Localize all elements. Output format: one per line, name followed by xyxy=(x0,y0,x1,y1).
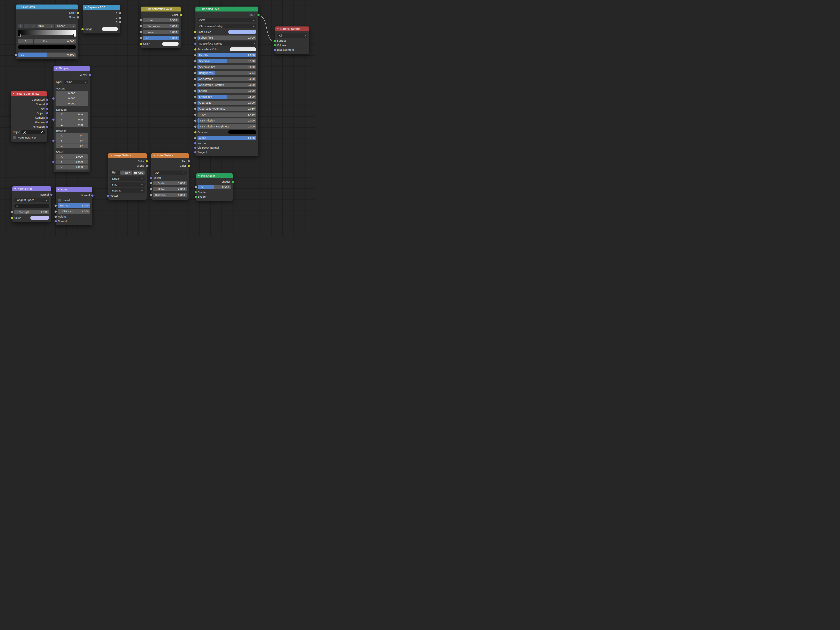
from-instancer-checkbox[interactable] xyxy=(13,136,16,139)
socket-normal-input[interactable] xyxy=(54,220,57,223)
collapse-triangle-icon[interactable] xyxy=(85,7,86,8)
node-header-image-texture[interactable]: Image Texture xyxy=(108,153,147,158)
socket-sheen-input[interactable] xyxy=(194,89,197,92)
location-x-field[interactable]: X 0 m xyxy=(55,112,88,117)
scale-y-field[interactable]: Y 1.000 xyxy=(55,160,88,165)
anisotropic-slider[interactable]: Anisotropic 0.000 xyxy=(197,77,256,81)
socket-subsurface-color-input[interactable] xyxy=(194,48,197,51)
socket-value-input[interactable] xyxy=(140,31,142,33)
node-color-ramp[interactable]: ColorRamp Color Alpha + − RGB Linear xyxy=(16,5,78,59)
scale-field[interactable]: Scale 5.000 xyxy=(153,181,186,185)
scale-x-field[interactable]: X 1.000 xyxy=(55,154,88,159)
socket-camera-output[interactable] xyxy=(46,117,49,119)
socket-alpha-input[interactable] xyxy=(194,137,197,139)
strength-field[interactable]: Strength 1.000 xyxy=(14,210,49,214)
stop-index-field[interactable]: 0 xyxy=(18,39,33,43)
node-bump[interactable]: Bump Normal Invert Strength 1.000 Distan… xyxy=(56,187,92,225)
anisotropic-rotation-slider[interactable]: Anisotropic Rotation 0.000 xyxy=(197,83,256,87)
roughness-slider[interactable]: Roughness 0.294 xyxy=(197,71,256,75)
collapse-triangle-icon[interactable] xyxy=(143,9,145,9)
node-hue-saturation-value[interactable]: Hue Saturation Value Color Hue 0.500 Sat… xyxy=(141,6,181,48)
socket-anisotropic-input[interactable] xyxy=(194,78,197,80)
socket-alpha-output[interactable] xyxy=(77,16,79,19)
socket-fac-input[interactable] xyxy=(14,53,17,56)
socket-specular-tint-input[interactable] xyxy=(194,66,197,68)
socket-scale-input[interactable] xyxy=(52,161,55,163)
socket-emission-input[interactable] xyxy=(194,131,197,134)
socket-surface-input[interactable] xyxy=(273,40,276,42)
eyedropper-icon[interactable] xyxy=(40,131,43,134)
socket-specular-input[interactable] xyxy=(194,60,197,62)
collapse-triangle-icon[interactable] xyxy=(153,155,155,156)
socket-scale-input[interactable] xyxy=(150,182,153,185)
clearcoat-slider[interactable]: Clearcoat 0.000 xyxy=(197,101,256,105)
node-texture-coordinate[interactable]: Texture Coordinate Generated Normal UV O… xyxy=(11,91,47,142)
socket-normal-output[interactable] xyxy=(46,103,49,106)
remove-stop-button[interactable]: − xyxy=(24,24,30,28)
socket-r-output[interactable] xyxy=(119,12,122,15)
rotation-z-field[interactable]: Z 0° xyxy=(55,144,88,148)
subsurface-color-swatch[interactable] xyxy=(230,47,256,51)
object-selector-field[interactable] xyxy=(21,130,45,135)
location-z-field[interactable]: Z 0 m xyxy=(55,122,88,127)
value-slider[interactable]: Value 1.000 xyxy=(143,30,178,34)
socket-color-output[interactable] xyxy=(77,12,79,14)
subsurface-slider[interactable]: Subsurface 0.000 xyxy=(197,35,256,40)
socket-strength-input[interactable] xyxy=(11,211,14,214)
space-dropdown[interactable]: Tangent Space xyxy=(14,198,49,202)
node-header-noise-texture[interactable]: Noise Texture xyxy=(152,153,189,158)
collapse-triangle-icon[interactable] xyxy=(55,68,57,69)
specular-slider[interactable]: Specular 0.500 xyxy=(197,59,256,63)
socket-object-output[interactable] xyxy=(46,112,49,115)
node-mix-shader[interactable]: Mix Shader Shader Fac 0.500 Shader Shade… xyxy=(196,173,233,201)
gradient-stop-handle-black[interactable] xyxy=(18,34,21,37)
projection-dropdown[interactable]: Flat xyxy=(111,182,145,187)
socket-fac-output[interactable] xyxy=(188,160,190,163)
stop-color-swatch[interactable] xyxy=(18,45,76,49)
node-material-output[interactable]: Material Output All Surface Volume Displ… xyxy=(275,27,309,54)
distance-field[interactable]: Distance 1.000 xyxy=(58,209,90,214)
fac-slider[interactable]: Fac 1.000 xyxy=(143,36,178,40)
socket-shader-output[interactable] xyxy=(232,180,234,183)
subsurface-method-dropdown[interactable]: Christensen-Burley xyxy=(197,24,256,28)
socket-color-output[interactable] xyxy=(180,14,182,16)
target-dropdown[interactable]: All xyxy=(277,33,307,38)
node-header-principled[interactable]: Principled BSDF xyxy=(196,6,258,11)
node-mapping[interactable]: Mapping Vector Type: Point Vector: 0.000… xyxy=(54,66,90,172)
scale-z-field[interactable]: Z 1.000 xyxy=(55,165,88,169)
socket-color-input[interactable] xyxy=(11,217,14,219)
socket-alpha-output[interactable] xyxy=(145,165,148,167)
rotation-y-field[interactable]: Y 0° xyxy=(55,138,88,143)
socket-location-input[interactable] xyxy=(52,119,55,121)
node-header-material-output[interactable]: Material Output xyxy=(275,27,309,32)
collapse-triangle-icon[interactable] xyxy=(14,188,16,189)
socket-tangent-input[interactable] xyxy=(194,151,197,154)
invert-checkbox[interactable] xyxy=(58,199,61,202)
new-image-button[interactable]: + New xyxy=(120,171,132,175)
socket-normal-output[interactable] xyxy=(91,194,94,197)
node-image-texture[interactable]: Image Texture Color Alpha + New xyxy=(108,153,147,199)
distortion-field[interactable]: Distortio 0.000 xyxy=(153,193,186,197)
socket-sheen-tint-input[interactable] xyxy=(194,95,197,98)
type-dropdown[interactable]: Point xyxy=(64,80,88,84)
socket-volume-input[interactable] xyxy=(273,44,276,47)
socket-normal-input[interactable] xyxy=(194,142,197,145)
socket-fac-input[interactable] xyxy=(140,37,142,40)
gradient-stop-handle-white[interactable] xyxy=(73,34,76,37)
socket-vector-output[interactable] xyxy=(88,74,91,76)
base-color-swatch[interactable] xyxy=(228,30,256,34)
saturation-slider[interactable]: Saturation 1.000 xyxy=(143,24,178,28)
hue-slider[interactable]: Hue 0.500 xyxy=(143,18,178,22)
specular-tint-slider[interactable]: Specular Tint 0.000 xyxy=(197,65,256,69)
node-normal-map[interactable]: Normal Map Normal Tangent Space Strength… xyxy=(12,186,51,222)
socket-detail-input[interactable] xyxy=(150,188,153,190)
socket-anisotropic-rotation-input[interactable] xyxy=(194,84,197,86)
node-header-texture-coordinate[interactable]: Texture Coordinate xyxy=(11,91,47,96)
location-y-field[interactable]: Y 0 m xyxy=(55,117,88,122)
color-mode-dropdown[interactable]: RGB xyxy=(36,24,54,28)
subsurface-radius-dropdown[interactable]: Subsurface Radius xyxy=(197,41,256,46)
add-stop-button[interactable]: + xyxy=(18,24,24,28)
image-color-swatch[interactable] xyxy=(102,27,118,31)
node-noise-texture[interactable]: Noise Texture Fac Color 3D Vector Scale … xyxy=(152,153,189,199)
socket-saturation-input[interactable] xyxy=(140,25,142,27)
